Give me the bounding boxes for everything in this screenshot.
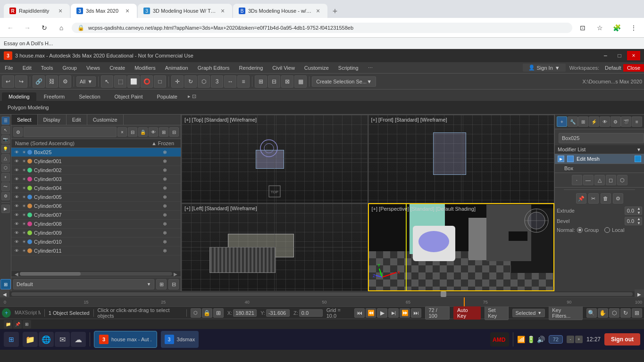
menu-scripting[interactable]: Scripting — [334, 64, 363, 72]
light-icon[interactable]: 💡 — [1, 145, 10, 153]
frame-counter[interactable]: 72 / 100 — [425, 306, 450, 320]
nav-cube[interactable] — [524, 208, 550, 234]
menu-create[interactable]: Create — [105, 64, 130, 72]
z-value[interactable]: 0.0 — [299, 309, 323, 317]
ribbon-tab-freeform[interactable]: Freeform — [37, 92, 72, 101]
orbit-btn[interactable]: ↻ — [620, 308, 631, 318]
list-item[interactable]: 👁 ☀ Cylinder001 ❄ — [11, 157, 181, 166]
modifier-list-header[interactable]: Modifier List ▼ — [555, 145, 644, 154]
back-button[interactable]: ← — [4, 21, 17, 34]
go-start-btn[interactable]: ⏮ — [354, 308, 365, 318]
extrude-up[interactable]: ▲ — [636, 206, 642, 211]
cut-icon[interactable]: ✂ — [588, 193, 599, 204]
sign-in-button[interactable]: 👤 Sign In ▼ — [523, 64, 566, 72]
snap-btn[interactable]: ⬡ — [191, 308, 201, 318]
tab-display[interactable]: Display — [38, 115, 67, 125]
grid-lock-btn[interactable]: ⊞ — [213, 308, 224, 318]
play-btn[interactable]: ▶ — [377, 308, 387, 318]
tab-close-3dsmax[interactable]: × — [124, 7, 131, 15]
modifier-expand-icon[interactable]: ▶ — [558, 156, 564, 162]
menu-file[interactable]: File — [0, 64, 18, 72]
create-panel-btn[interactable]: + — [557, 116, 567, 127]
collapse-btn[interactable]: ⊟ — [169, 127, 179, 137]
ribbon-tab-selection[interactable]: Selection — [72, 92, 107, 101]
menu-animation[interactable]: Animation — [160, 64, 193, 72]
list-item[interactable]: 👁 ☀ Cylinder002 ❄ — [11, 166, 181, 175]
quick-launch-3[interactable]: ✉ — [55, 332, 70, 347]
tab-close-rapididentity[interactable]: × — [57, 7, 64, 15]
menu-views[interactable]: Views — [82, 64, 105, 72]
bevel-up[interactable]: ▲ — [636, 217, 642, 221]
render-setup-button[interactable]: ▦ — [294, 75, 307, 88]
bevel-down[interactable]: ▼ — [636, 221, 642, 225]
align-button[interactable]: ≡ — [237, 75, 250, 88]
edge-icon[interactable]: — — [583, 175, 594, 185]
ribbon-extra[interactable]: ▸ ⊡ — [185, 92, 199, 101]
tab-customize-panel[interactable]: Customize — [87, 115, 124, 125]
object-name-input[interactable] — [559, 133, 644, 143]
menu-civil-view[interactable]: Civil View — [268, 64, 299, 72]
material-editor-button[interactable]: ⊠ — [281, 75, 293, 88]
grid-icon[interactable]: ⊞ — [0, 279, 11, 289]
frame-display-taskbar[interactable]: 72 — [549, 335, 563, 344]
scale-button[interactable]: ⬡ — [198, 75, 210, 88]
ribbon-tab-object-paint[interactable]: Object Paint — [108, 92, 150, 101]
pointer-icon[interactable]: ↖ — [1, 126, 10, 134]
tab-select[interactable]: Select — [11, 115, 38, 125]
viewport-front[interactable]: [+] [Front] [Standard] [Wireframe] — [368, 115, 555, 203]
group-radio[interactable] — [577, 227, 583, 233]
minimize-button[interactable]: − — [599, 51, 612, 60]
menu-group[interactable]: Group — [58, 64, 82, 72]
address-bar[interactable]: 🔒 wcpss-qadishtu.cameyo.net/app.html?app… — [72, 23, 572, 33]
extrude-down[interactable]: ▼ — [636, 211, 642, 215]
list-item[interactable]: 👁 ☀ Cylinder005 ❄ — [11, 193, 181, 202]
tab-close-tutorial1[interactable]: × — [219, 7, 226, 15]
menu-rendering[interactable]: Rendering — [234, 64, 268, 72]
vertex-icon[interactable]: · — [572, 175, 582, 185]
layer-manager-button[interactable]: ⊞ — [255, 75, 267, 88]
scroll-track[interactable] — [20, 272, 172, 276]
battery-icon[interactable]: 🔋 — [527, 336, 535, 343]
scroll-right-btn[interactable]: ▶ — [172, 272, 179, 277]
select-icon[interactable]: ☰ — [1, 116, 10, 125]
layer-dropdown[interactable]: All ▼ — [76, 76, 96, 87]
tab-tutorial1[interactable]: 3 3D Modeling House W/ Tutorial × — [138, 4, 232, 18]
h-scrollbar[interactable]: ◀ ▶ — [11, 271, 181, 277]
play-icon[interactable]: ▶ — [1, 205, 10, 213]
select-region-button[interactable]: ⬚ — [114, 75, 126, 88]
spacewarp-icon[interactable]: 〜 — [1, 182, 10, 191]
display-panel-btn[interactable]: 👁 — [600, 116, 610, 127]
polygon-icon[interactable]: ◻ — [606, 175, 616, 185]
extrude-spinbox[interactable]: 0.0 ▲ ▼ — [625, 206, 642, 215]
list-item[interactable]: 👁 ☀ Cylinder009 ❄ — [11, 229, 181, 238]
list-item[interactable]: 👁 ☀ Cylinder008 ❄ — [11, 220, 181, 229]
scale-mode-button[interactable]: 3 — [211, 75, 223, 88]
motion-panel-btn[interactable]: ⚡ — [589, 116, 599, 127]
key-mode-dropdown[interactable]: Selected ▼ — [512, 309, 545, 317]
pan-btn[interactable]: ✋ — [598, 308, 608, 318]
modifier-list-arrow[interactable]: ▼ — [636, 147, 641, 152]
cast-button[interactable]: ⊡ — [576, 21, 589, 34]
menu-button[interactable]: ⋮ — [627, 21, 640, 34]
select-window-button[interactable]: ⬜ — [127, 75, 140, 88]
bookmark-item[interactable]: Essay on A Doll's H... — [4, 41, 53, 46]
list-item[interactable]: 👁 ☀ Cylinder004 ❄ — [11, 184, 181, 193]
go-end-btn[interactable]: ⏭ — [411, 308, 421, 318]
sign-out-button[interactable]: Sign out — [604, 333, 640, 346]
geometry-icon[interactable]: △ — [1, 154, 10, 163]
settings-edit-icon[interactable]: ⚙ — [613, 193, 623, 204]
modifier-edit-mesh[interactable]: ▶ Edit Mesh — [555, 154, 644, 164]
zoom-region-btn[interactable]: ⬡ — [609, 308, 619, 318]
set-key-button[interactable]: Set Key — [485, 306, 508, 320]
bind-button[interactable]: ⚙ — [59, 75, 71, 88]
magnify-btn[interactable]: 🔍 — [586, 308, 597, 318]
settings-btn[interactable]: ≡ — [632, 116, 642, 127]
camera-icon[interactable]: 📷 — [1, 135, 10, 144]
frame-minus-btn[interactable]: - — [567, 336, 574, 343]
ribbon-tab-populate[interactable]: Populate — [150, 92, 184, 101]
select-button[interactable]: ↖ — [101, 75, 113, 88]
visibility-btn[interactable]: 👁 — [149, 127, 158, 137]
viewport-top[interactable]: [+] [Top] [Standard] [Wireframe] TOP — [181, 115, 368, 203]
clear-search-btn[interactable]: × — [117, 127, 127, 137]
helper-icon[interactable]: + — [1, 173, 10, 181]
